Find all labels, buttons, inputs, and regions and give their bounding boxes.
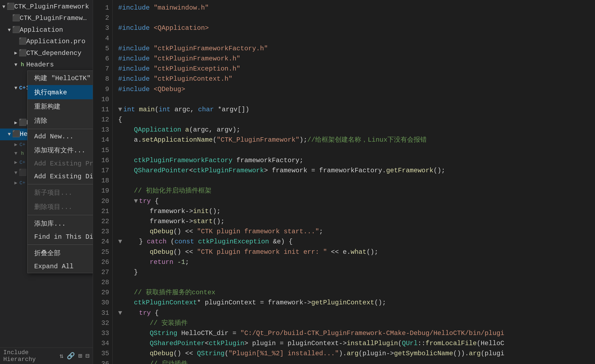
folder-icon-forms: ⬛ xyxy=(19,118,26,128)
bottom-bar: Include Hierarchy ⇅ 🔗 ⊞ ⊟ xyxy=(0,348,93,364)
project-icon-helloctk: ⬛ xyxy=(12,129,20,139)
arrow-ctk-dep: ▶ xyxy=(13,49,19,57)
arrow-hctk1: ▶ xyxy=(13,141,19,149)
ctx-add-existing-file[interactable]: 添加现有文件... xyxy=(28,143,93,157)
folder-icon-sources: C+ xyxy=(19,84,26,92)
separator-2 xyxy=(28,184,93,184)
pro-icon-app: ⬛ xyxy=(19,36,26,47)
project-icon: ⬛ xyxy=(7,2,14,12)
line-numbers: 12345 678910 1112131415 1617181920 21222… xyxy=(93,0,113,364)
folder-icon-application: ⬛ xyxy=(12,25,20,35)
expand-icon[interactable]: ⊞ xyxy=(78,352,82,360)
arrow-hctk3: ▶ xyxy=(13,159,19,167)
tree-label-ctk-pro: CTK_PluginFramework.pro xyxy=(20,13,91,24)
arrow-hctk5: ▶ xyxy=(13,179,19,187)
tree-label-headers: Headers xyxy=(26,60,91,70)
arrow-headers: ▼ xyxy=(13,61,19,69)
tree-item-application[interactable]: ▼ ⬛ Application xyxy=(0,24,93,36)
code-content[interactable]: #include "mainwindow.h" #include <QAppli… xyxy=(113,0,595,364)
ctx-collapse-all[interactable]: 折叠全部 xyxy=(28,246,93,260)
ctx-add-existing-proj[interactable]: Add Existing Projects... xyxy=(28,157,93,170)
link-icon[interactable]: 🔗 xyxy=(67,352,75,360)
tree-label-app-pro: Application.pro xyxy=(26,36,91,47)
ctx-build[interactable]: 构建 "HelloCTK" xyxy=(28,71,93,85)
arrow-sources: ▼ xyxy=(13,84,19,92)
code-area: 12345 678910 1112131415 1617181920 21222… xyxy=(93,0,595,364)
arrow-forms: ▶ xyxy=(13,119,19,127)
tree-item-ctk-dep[interactable]: ▶ ⬛ CTK_dependency xyxy=(0,48,93,59)
context-menu: 构建 "HelloCTK" 执行qmake 重新构建 清除 Add New...… xyxy=(27,71,93,273)
ctx-clean[interactable]: 清除 xyxy=(28,113,93,128)
bottom-bar-title: Include Hierarchy xyxy=(3,349,56,363)
ctx-delete-proj[interactable]: 删除项目... xyxy=(28,200,93,214)
editor-panel: 12345 678910 1112131415 1617181920 21222… xyxy=(93,0,595,364)
icon-hctk5: C+ xyxy=(19,179,26,187)
ctx-add-new[interactable]: Add New... xyxy=(28,130,93,143)
arrow-helloctk: ▼ xyxy=(7,130,12,138)
separator-3 xyxy=(28,215,93,215)
arrow-application: ▼ xyxy=(7,26,12,34)
sort-icon[interactable]: ⇅ xyxy=(60,352,63,360)
folder-icon-dep: ⬛ xyxy=(19,48,26,59)
collapse-icon[interactable]: ⊟ xyxy=(86,352,89,360)
icon-hctk1: C+ xyxy=(19,141,26,149)
pro-icon: ⬛ xyxy=(12,13,20,24)
icon-hctk2: h xyxy=(19,150,26,158)
tree-label-root: CTK_PluginFramework xyxy=(14,2,91,12)
tree-item-headers[interactable]: ▼ h Headers xyxy=(0,59,93,71)
arrow-hctk4: ▼ xyxy=(13,169,19,177)
ctx-expand-all[interactable]: Expand All xyxy=(28,260,93,273)
separator-4 xyxy=(28,244,93,245)
ctx-new-subproject[interactable]: 新子项目... xyxy=(28,185,93,200)
tree-label-ctk-dep: CTK_dependency xyxy=(26,48,91,59)
ctx-add-library[interactable]: 添加库... xyxy=(28,216,93,231)
arrow-hctk2: ▼ xyxy=(13,150,19,158)
tree-item-ctk-pro[interactable]: ⬛ CTK_PluginFramework.pro xyxy=(0,13,93,24)
folder-icon-headers: h xyxy=(19,60,26,69)
separator-1 xyxy=(28,129,93,129)
tree-item-root[interactable]: ▼ ⬛ CTK_PluginFramework xyxy=(0,1,93,13)
icon-hctk4: ⬛ xyxy=(19,168,26,178)
tree-label-application: Application xyxy=(20,25,91,35)
left-panel: ▼ ⬛ CTK_PluginFramework ⬛ CTK_PluginFram… xyxy=(0,0,93,364)
ctx-rebuild[interactable]: 重新构建 xyxy=(28,99,93,113)
icon-hctk3: C+ xyxy=(19,159,26,167)
arrow-root: ▼ xyxy=(1,3,7,11)
ctx-find-in-dir[interactable]: Find in This Directory... xyxy=(28,231,93,243)
tree-item-app-pro[interactable]: ⬛ Application.pro xyxy=(0,36,93,47)
ctx-add-existing-dir[interactable]: Add Existing Directory... xyxy=(28,170,93,183)
ctx-qmake[interactable]: 执行qmake xyxy=(28,85,93,99)
